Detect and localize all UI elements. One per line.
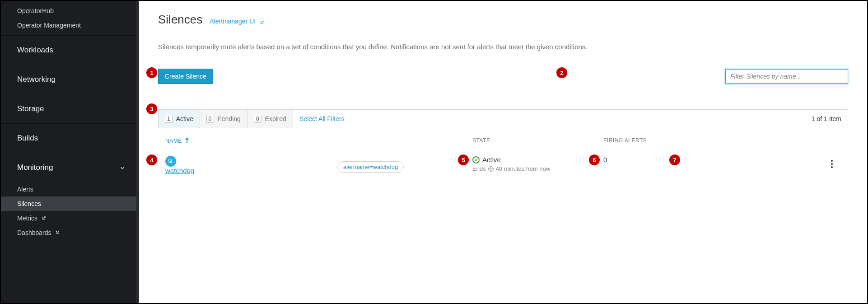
filter-segment-pending[interactable]: 0 Pending [200,110,247,128]
filter-segment-expired[interactable]: 0 Expired [247,110,293,128]
sidebar-item-silences[interactable]: Silences [1,196,139,211]
alertmanager-ui-link[interactable]: Alertmanager UI [210,18,264,25]
filter-count: 1 [165,115,173,123]
ends-prefix: Ends [472,165,486,172]
filter-input[interactable] [725,69,848,84]
item-count-summary: 1 of 1 Item [805,110,848,128]
filter-label: Expired [265,115,286,122]
annotation-badge: 1 [146,67,157,78]
select-all-filters[interactable]: Select All Filters [293,110,351,128]
column-header-firing[interactable]: FIRING ALERTS [603,137,680,144]
main-content: Silences Alertmanager UI Silences tempor… [139,1,867,303]
filter-bar: 1 Active 0 Pending 0 Expired Select All … [158,109,848,128]
matcher-pill[interactable]: alertname=watchdog [337,161,404,173]
external-link-icon [260,19,264,23]
column-header-state[interactable]: STATE [472,137,603,144]
state-label: Active [482,156,501,164]
sidebar-section-workloads[interactable]: Workloads [1,35,139,65]
external-link-icon [42,215,46,219]
sidebar-section-label: Networking [17,75,56,84]
sidebar-section-label: Builds [17,134,38,143]
filter-count: 0 [254,115,261,123]
filter-segment-active[interactable]: 1 Active [159,110,200,128]
filter-label: Active [176,115,193,122]
sidebar-section-label: Workloads [17,46,53,55]
ends-time: 40 minutes from now [496,165,551,172]
sidebar-section-label: Storage [17,104,44,113]
table-row: SL watchdog alertname=watchdog Active [158,150,848,181]
check-circle-icon [472,156,480,164]
sidebar-section-label: Monitoring [17,163,53,172]
sidebar-item-metrics[interactable]: Metrics [1,211,139,225]
chevron-down-icon [119,164,126,171]
annotation-badge: 5 [458,154,469,165]
sort-asc-icon [185,137,189,144]
table-header: NAME STATE FIRING ALERTS [158,128,848,150]
filter-label: Pending [218,115,241,122]
sidebar-section-storage[interactable]: Storage [1,94,139,123]
annotation-badge: 6 [589,154,600,165]
page-title: Silences [158,13,202,27]
page-description: Silences temporarily mute alerts based o… [158,43,848,51]
firing-alerts-count: 0 [603,156,607,164]
column-header-name[interactable]: NAME [165,137,472,144]
sidebar-item-label: Metrics [17,215,37,222]
silence-badge-icon: SL [165,156,176,167]
sidebar: OperatorHub Operator Management Workload… [1,1,139,303]
row-actions-kebab[interactable] [827,159,836,169]
annotation-badge: 7 [669,154,680,165]
sidebar-section-networking[interactable]: Networking [1,65,139,94]
sidebar-item-operatorhub[interactable]: OperatorHub [1,4,139,18]
filter-count: 0 [206,115,214,123]
sidebar-item-label: Dashboards [17,229,51,236]
sidebar-item-operator-management[interactable]: Operator Management [1,18,139,33]
column-label: NAME [165,138,182,144]
silence-name-link[interactable]: watchdog [165,167,194,174]
annotation-badge: 4 [146,154,157,165]
sidebar-section-builds[interactable]: Builds [1,123,139,153]
external-link-icon [55,229,60,234]
sidebar-item-dashboards[interactable]: Dashboards [1,225,139,240]
link-label: Alertmanager UI [210,18,256,25]
annotation-badge: 3 [146,103,157,114]
sidebar-item-alerts[interactable]: Alerts [1,182,139,196]
annotation-badge: 2 [556,67,567,78]
sidebar-section-monitoring[interactable]: Monitoring [1,153,139,182]
create-silence-button[interactable]: Create Silence [158,69,213,84]
globe-icon [488,166,494,172]
